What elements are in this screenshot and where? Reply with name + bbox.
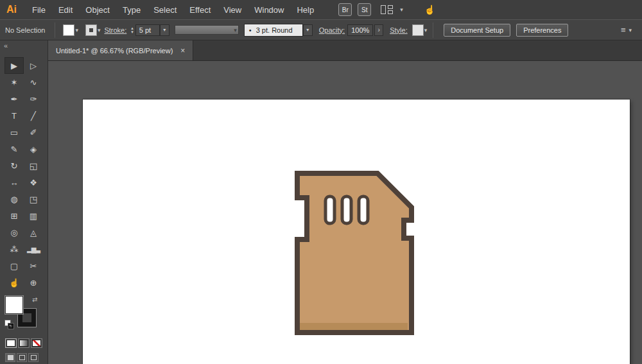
stroke-weight-field[interactable]: 5 pt <box>135 24 160 36</box>
paintbrush-tool[interactable]: ✐ <box>24 124 43 141</box>
curvature-tool[interactable]: ✑ <box>24 91 43 107</box>
rectangle-tool[interactable]: ▭ <box>4 124 24 141</box>
touch-workspace-icon[interactable]: ☝ <box>424 4 435 15</box>
workspace-switcher-icon[interactable] <box>381 5 393 14</box>
free-transform-tool[interactable]: ❖ <box>24 174 43 191</box>
draw-normal-icon <box>8 355 13 360</box>
close-icon[interactable]: × <box>180 46 185 55</box>
default-fill-stroke-icon[interactable] <box>5 320 13 329</box>
mesh-tool[interactable]: ⊞ <box>4 207 24 224</box>
arrange-options-icon[interactable]: ≡ ▾ <box>621 25 633 35</box>
document-setup-button[interactable]: Document Setup <box>444 24 510 37</box>
brush-definition-dropdown[interactable]: ▾ <box>303 24 313 36</box>
rotate-tool[interactable]: ↻ <box>4 157 24 174</box>
color-icon <box>7 340 15 346</box>
draw-inside-button[interactable] <box>28 353 39 362</box>
draw-behind-button[interactable] <box>17 353 27 362</box>
chevron-down-icon[interactable]: ▾ <box>423 27 429 33</box>
fill-stroke-swatches: ⇄ <box>5 296 42 332</box>
fill-swatch[interactable] <box>5 296 23 314</box>
document-tab-strip: Untitled-1* @ 66.67% (RGB/Preview) × <box>48 40 642 61</box>
tools-grid: ▶ ▷ ✶ ∿ ✒ ✑ T ╱ ▭ ✐ ✎ ◈ ↻ ◱ ↔ ❖ ◍ ◳ ⊞ ▥ … <box>0 57 48 291</box>
perspective-grid-tool[interactable]: ◳ <box>24 191 43 207</box>
menu-effect[interactable]: Effect <box>183 5 217 15</box>
width-tool[interactable]: ↔ <box>4 174 24 191</box>
menu-select[interactable]: Select <box>147 5 183 15</box>
stroke-weight-stepper[interactable]: ▴ ▾ <box>131 26 134 34</box>
fill-color-swatch[interactable] <box>64 25 74 35</box>
opacity-panel-link[interactable]: Opacity: <box>319 26 345 34</box>
artboard-tool[interactable]: ▢ <box>4 257 24 274</box>
type-tool[interactable]: T <box>4 107 24 124</box>
style-panel-link[interactable]: Style: <box>390 26 408 34</box>
menu-window[interactable]: Window <box>248 5 290 15</box>
preferences-button[interactable]: Preferences <box>516 24 568 37</box>
symbol-sprayer-tool[interactable]: ⁂ <box>4 241 24 257</box>
gradient-tool[interactable]: ▥ <box>24 207 43 224</box>
zoom-tool[interactable]: ⊕ <box>24 274 43 291</box>
pencil-tool[interactable]: ✎ <box>4 141 24 157</box>
hand-tool[interactable]: ☝ <box>4 274 24 291</box>
direct-selection-tool[interactable]: ▷ <box>24 57 43 74</box>
workspace-pane-icon <box>388 10 393 14</box>
chevron-down-icon[interactable]: ▾ <box>399 6 404 13</box>
stroke-panel-link[interactable]: Stroke: <box>104 26 126 34</box>
separator <box>55 22 55 38</box>
opacity-flyout-arrow[interactable]: › <box>374 24 383 36</box>
color-button[interactable] <box>5 338 17 348</box>
blend-tool[interactable]: ◬ <box>24 224 43 241</box>
paint-style-row <box>5 338 48 348</box>
chevron-down-icon[interactable]: ▾ <box>96 27 102 33</box>
tools-panel-header: « <box>0 40 48 51</box>
lasso-tool[interactable]: ∿ <box>24 74 43 91</box>
chevron-down-icon[interactable]: ▾ <box>74 27 80 33</box>
magic-wand-tool[interactable]: ✶ <box>4 74 24 91</box>
document-tab-title: Untitled-1* @ 66.67% (RGB/Preview) <box>56 47 173 55</box>
menu-type[interactable]: Type <box>116 5 147 15</box>
stroke-color-swatch[interactable] <box>86 25 96 35</box>
menu-object[interactable]: Object <box>79 5 116 15</box>
illustrator-window: Ai File Edit Object Type Select Effect V… <box>0 0 642 364</box>
menu-edit[interactable]: Edit <box>52 5 79 15</box>
selection-status: No Selection <box>5 26 45 34</box>
selection-tool[interactable]: ▶ <box>4 57 24 74</box>
document-tab[interactable]: Untitled-1* @ 66.67% (RGB/Preview) × <box>48 40 193 60</box>
slice-tool[interactable]: ✂ <box>24 257 43 274</box>
sd-card-artwork[interactable] <box>288 167 423 342</box>
collapse-panel-icon[interactable]: « <box>4 42 8 49</box>
chevron-down-icon: ▾ <box>232 27 238 33</box>
line-segment-tool[interactable]: ╱ <box>24 107 43 124</box>
graphic-style-swatch[interactable] <box>413 25 423 35</box>
stock-button[interactable]: St <box>358 3 371 16</box>
bridge-button[interactable]: Br <box>338 3 352 16</box>
menu-bar: Ai File Edit Object Type Select Effect V… <box>0 0 642 19</box>
eraser-tool[interactable]: ◈ <box>24 141 43 157</box>
menu-file[interactable]: File <box>26 5 52 15</box>
brush-definition-field[interactable]: • 3 pt. Round <box>244 24 303 37</box>
swap-fill-stroke-icon[interactable]: ⇄ <box>32 296 37 303</box>
draw-normal-button[interactable] <box>5 353 15 362</box>
none-icon <box>33 340 40 346</box>
stroke-weight-dropdown[interactable]: ▾ <box>160 24 169 36</box>
draw-behind-icon <box>19 355 25 360</box>
scale-tool[interactable]: ◱ <box>24 157 43 174</box>
stepper-down-icon[interactable]: ▾ <box>131 30 134 34</box>
menu-view[interactable]: View <box>217 5 248 15</box>
artboard[interactable] <box>83 100 630 364</box>
variable-width-profile-dropdown[interactable]: ▾ <box>175 25 239 35</box>
default-stroke-icon <box>8 324 13 329</box>
canvas-area[interactable] <box>48 61 642 364</box>
chevron-down-icon: ▾ <box>627 27 633 33</box>
column-graph-tool[interactable]: ▂▆▃ <box>24 241 43 257</box>
eyedropper-tool[interactable]: ◎ <box>4 224 24 241</box>
none-button[interactable] <box>31 338 42 348</box>
workspace-pane-icon <box>388 5 393 9</box>
sd-card-body <box>297 173 412 333</box>
pen-tool[interactable]: ✒ <box>4 91 24 107</box>
opacity-field[interactable]: 100% <box>347 24 373 36</box>
sd-card-contact-slot <box>325 196 334 223</box>
gradient-button[interactable] <box>18 338 30 348</box>
app-logo: Ai <box>0 4 26 15</box>
menu-help[interactable]: Help <box>290 5 320 15</box>
shape-builder-tool[interactable]: ◍ <box>4 191 24 207</box>
